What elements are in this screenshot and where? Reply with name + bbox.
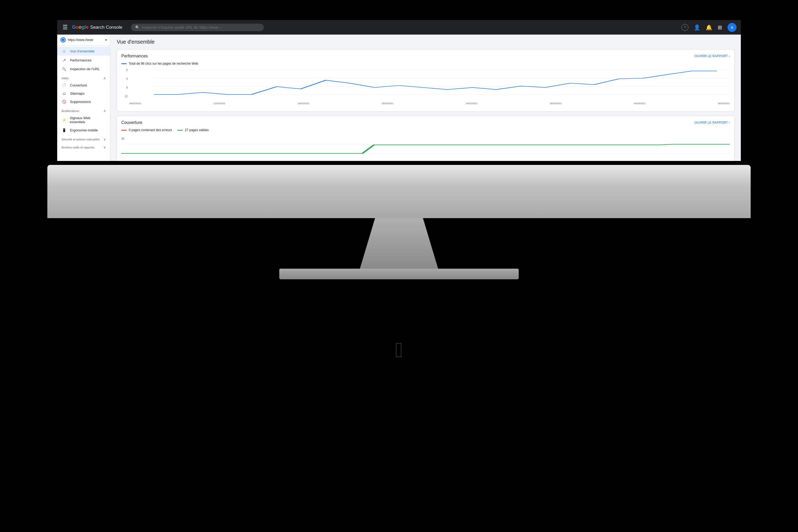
page-title: Vue d'ensemble <box>117 39 735 45</box>
sidebar-section-index-label: Index <box>61 77 69 80</box>
couverture-card-title: Couverture <box>121 120 142 125</box>
couverture-valid-label: 27 pages valides <box>185 128 209 132</box>
sidebar-item-vue-ensemble[interactable]: ⌂ Vue d'ensemble <box>57 46 110 56</box>
sidebar-nav: ⌂ Vue d'ensemble ↗ Performances 🔍 Inspec… <box>57 45 110 151</box>
sidebar-item-performances-label: Performances <box>70 58 92 62</box>
property-icon <box>60 37 66 42</box>
couverture-y-label: 30 <box>121 137 730 140</box>
sidebar-section-ameliorations[interactable]: Améliorations ∧ <box>57 107 110 114</box>
sidebar: https://www.//wwe ▾ ⌂ Vue d'ensemble ↗ P… <box>57 35 110 161</box>
couverture-chart: 30 <box>121 137 730 158</box>
y-label-12: 12 <box>121 95 128 98</box>
search-icon: 🔍 <box>135 25 140 30</box>
property-selector[interactable]: https://www.//wwe ▾ <box>57 35 110 45</box>
sidebar-section-securite[interactable]: Sécurité et actions manuelles ∨ <box>57 135 110 142</box>
topbar: ☰ Google Search Console 🔍 ? 👤 🔔 ⊞ a <box>57 20 741 35</box>
couverture-chevron-right-icon: › <box>729 121 730 125</box>
sidebar-item-sitemaps[interactable]: 🗂 Sitemaps <box>57 89 110 98</box>
hamburger-menu-icon[interactable]: ☰ <box>61 23 69 32</box>
bell-icon[interactable]: 🔔 <box>706 24 712 31</box>
sidebar-section-ameliorations-chevron: ∧ <box>103 109 106 113</box>
performances-legend-text: Total de 96 clics sur les pages de reche… <box>129 62 198 65</box>
y-label-0: 0 <box>121 69 128 72</box>
monitor-screen: ☰ Google Search Console 🔍 ? 👤 🔔 ⊞ a http <box>57 20 741 161</box>
avatar[interactable]: a <box>727 23 737 32</box>
couverture-card: Couverture OUVRIR LE RAPPORT › 0 pages c… <box>117 116 735 161</box>
inspect-icon: 🔍 <box>61 67 67 71</box>
couverture-card-header: Couverture OUVRIR LE RAPPORT › <box>121 120 730 125</box>
performances-x-labels: 08/02/2021 12/02/2021 16/02/2021 20/02/2… <box>121 102 730 105</box>
sidebar-section-securite-chevron: ∨ <box>103 137 106 141</box>
legend-red-line <box>121 130 127 131</box>
couverture-legends: 0 pages contenant des erreurs 27 pages v… <box>121 128 730 135</box>
sidebar-item-inspection-url[interactable]: 🔍 Inspection de l'URL <box>57 65 110 73</box>
x-label-7: 04/03/2021 <box>634 102 646 105</box>
sidebar-item-signaux-web[interactable]: ⚡ Signaux Web essentiels <box>57 114 110 126</box>
sidebar-item-suppressions-label: Suppressions <box>70 100 91 104</box>
performances-card: Performances OUVRIR LE RAPPORT › Total d… <box>117 49 735 111</box>
legend-green-line <box>177 130 183 131</box>
main-layout: https://www.//wwe ▾ ⌂ Vue d'ensemble ↗ P… <box>57 35 741 161</box>
x-label-4: 20/02/2021 <box>381 102 394 105</box>
app-logo: Google Search Console <box>72 24 122 30</box>
property-dropdown-icon[interactable]: ▾ <box>105 38 107 42</box>
apple-logo-icon:  <box>395 338 403 362</box>
couverture-chart-svg <box>121 141 730 161</box>
couverture-action-label: OUVRIR LE RAPPORT <box>694 121 728 125</box>
sidebar-item-couverture-label: Couverture <box>70 83 87 87</box>
x-label-1: 08/02/2021 <box>129 102 141 105</box>
sidebar-item-ergonomie-mobile-label: Ergonomie mobile <box>70 128 98 132</box>
sidebar-section-index-chevron: ∧ <box>103 76 106 80</box>
property-url-label: https://www.//wwe <box>68 38 103 42</box>
signaux-web-icon: ⚡ <box>61 118 67 122</box>
suppressions-icon: 🚫 <box>61 100 67 104</box>
topbar-icons: ? 👤 🔔 ⊞ a <box>682 23 737 32</box>
performances-action-label: OUVRIR LE RAPPORT <box>694 54 728 58</box>
couverture-legend-valid: 27 pages valides <box>177 128 209 132</box>
performances-chart: 12 8 4 0 <box>121 69 730 106</box>
sidebar-section-ameliorations-label: Améliorations <box>61 109 79 113</box>
product-name-label: Search Console <box>90 25 122 30</box>
performances-open-report-button[interactable]: OUVRIR LE RAPPORT › <box>694 54 730 58</box>
performances-card-header: Performances OUVRIR LE RAPPORT › <box>121 54 730 58</box>
trend-icon: ↗ <box>61 58 67 63</box>
x-label-3: 16/02/2021 <box>298 102 309 105</box>
sidebar-item-ergonomie-mobile[interactable]: 📱 Ergonomie mobile <box>57 126 110 134</box>
legend-blue-line <box>121 63 127 64</box>
sidebar-item-suppressions[interactable]: 🚫 Suppressions <box>57 98 110 106</box>
performances-chart-svg <box>121 69 730 100</box>
help-icon[interactable]: ? <box>682 24 688 31</box>
sidebar-item-sitemaps-label: Sitemaps <box>70 92 84 95</box>
apps-grid-icon[interactable]: ⊞ <box>718 24 722 31</box>
search-bar[interactable]: 🔍 <box>131 24 264 31</box>
sidebar-section-anciens-outils[interactable]: Anciens outils et rapports ∨ <box>57 144 110 150</box>
mobile-icon: 📱 <box>61 128 67 132</box>
y-label-8: 8 <box>121 86 128 89</box>
sidebar-section-securite-label: Sécurité et actions manuelles <box>61 138 100 141</box>
sidebar-item-vue-ensemble-label: Vue d'ensemble <box>70 49 94 53</box>
chevron-right-icon: › <box>729 54 730 58</box>
y-label-4: 4 <box>121 77 128 80</box>
sidebar-item-inspection-label: Inspection de l'URL <box>70 67 100 71</box>
monitor-base <box>279 269 519 279</box>
performances-y-labels: 12 8 4 0 <box>121 69 128 98</box>
x-label-2: 12/02/2021 <box>213 102 225 105</box>
performances-chart-legend: Total de 96 clics sur les pages de reche… <box>121 62 730 65</box>
couverture-errors-label: 0 pages contenant des erreurs <box>129 128 172 132</box>
content-area: Vue d'ensemble Performances OUVRIR LE RA… <box>110 35 741 161</box>
sidebar-section-anciens-outils-label: Anciens outils et rapports <box>61 146 94 149</box>
sidebar-item-performances[interactable]: ↗ Performances <box>57 56 110 65</box>
google-logo: Google <box>72 24 89 30</box>
account-icon[interactable]: 👤 <box>694 24 700 31</box>
x-label-5: 24/02/2021 <box>466 102 478 105</box>
sidebar-section-index[interactable]: Index ∧ <box>57 74 110 81</box>
search-input[interactable] <box>142 25 260 30</box>
couverture-icon: 📄 <box>61 83 67 87</box>
performances-card-title: Performances <box>121 54 148 58</box>
monitor-body:  <box>48 165 750 218</box>
sidebar-item-couverture[interactable]: 📄 Couverture <box>57 81 110 89</box>
sidebar-section-anciens-outils-chevron: ∨ <box>103 146 106 149</box>
couverture-open-report-button[interactable]: OUVRIR LE RAPPORT › <box>694 121 730 125</box>
x-label-8: 08/03/2021 <box>718 102 730 105</box>
couverture-legend-errors: 0 pages contenant des erreurs <box>121 128 172 132</box>
